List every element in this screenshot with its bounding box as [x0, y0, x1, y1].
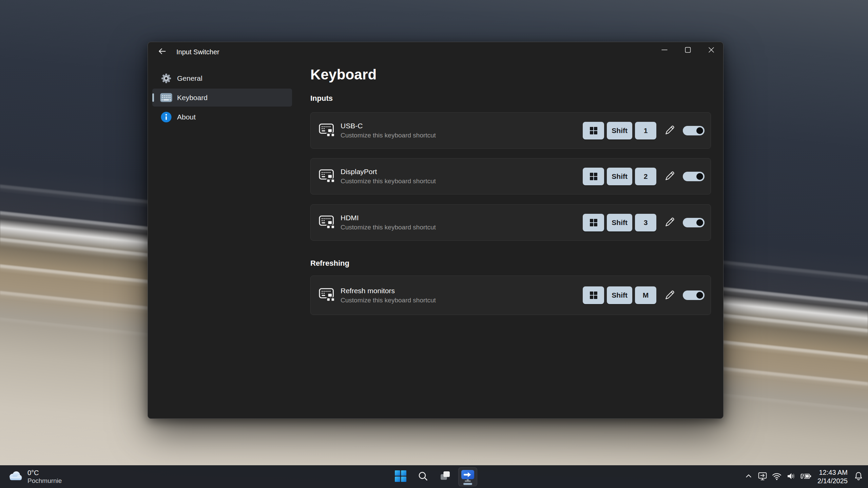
sidebar: General Keyboard: [152, 69, 292, 127]
pencil-icon: [664, 125, 675, 136]
search-icon: [418, 471, 428, 483]
bell-icon: [853, 471, 864, 483]
back-arrow-icon: [157, 46, 167, 58]
input-switcher-window: Input Switcher: [148, 42, 724, 419]
keyboard-shortcut-icon: [319, 168, 337, 185]
pencil-icon: [664, 170, 675, 182]
taskbar-center-icons: [391, 465, 477, 488]
trigger-key: M: [635, 286, 656, 304]
keyboard-shortcut-icon: [319, 287, 337, 304]
windows-key: [583, 122, 604, 139]
weather-condition: Pochmurnie: [27, 477, 62, 485]
shortcut-keys: Shift 2: [583, 168, 656, 185]
shift-key: Shift: [607, 214, 632, 231]
task-view-icon: [440, 470, 451, 483]
titlebar[interactable]: Input Switcher: [148, 42, 649, 62]
pencil-icon: [664, 217, 675, 228]
shortcut-row-usb-c: USB-C Customize this keyboard shortcut S…: [310, 112, 711, 149]
page-title: Keyboard: [310, 67, 377, 83]
shortcut-title: Refresh monitors: [341, 287, 436, 295]
minimize-button[interactable]: [653, 42, 676, 58]
edit-shortcut-button[interactable]: [663, 124, 677, 137]
clock-widget[interactable]: 12:43 AM 2/14/2025: [815, 468, 850, 485]
wifi-tray-button[interactable]: [771, 469, 783, 485]
shortcut-subtitle: Customize this keyboard shortcut: [341, 177, 436, 185]
volume-tray-button[interactable]: [785, 469, 797, 485]
taskbar: 0°C Pochmurnie: [0, 465, 868, 488]
clock-time: 12:43 AM: [817, 468, 848, 477]
weather-temperature: 0°C: [27, 469, 62, 477]
back-button[interactable]: [155, 45, 169, 59]
chevron-up-icon: [744, 472, 753, 482]
notifications-button[interactable]: [852, 469, 865, 485]
start-button[interactable]: [391, 467, 410, 486]
trigger-key: 1: [635, 122, 656, 139]
shortcut-title: HDMI: [341, 214, 436, 222]
sidebar-item-label: Keyboard: [177, 94, 208, 102]
windows-key: [583, 286, 604, 304]
close-button[interactable]: [699, 42, 723, 58]
input-switcher-tray-icon[interactable]: [756, 469, 769, 485]
shift-key: Shift: [607, 286, 632, 304]
toggle-knob: [696, 127, 703, 134]
taskbar-app-input-switcher[interactable]: [458, 467, 477, 486]
desktop: Input Switcher: [0, 0, 868, 488]
shortcut-row-displayport: DisplayPort Customize this keyboard shor…: [310, 158, 711, 194]
gear-icon: [160, 72, 172, 85]
shortcut-subtitle: Customize this keyboard shortcut: [341, 224, 436, 231]
battery-charging-icon: [800, 471, 812, 483]
active-app-indicator: [463, 483, 472, 485]
info-icon: [160, 111, 172, 123]
sidebar-item-label: General: [177, 74, 202, 82]
maximize-icon: [684, 46, 692, 55]
section-label-refreshing: Refreshing: [310, 259, 349, 268]
edit-shortcut-button[interactable]: [663, 170, 677, 183]
maximize-button[interactable]: [676, 42, 699, 58]
clock-date: 2/14/2025: [817, 477, 848, 485]
edit-shortcut-button[interactable]: [663, 216, 677, 229]
shift-key: Shift: [607, 122, 632, 139]
window-controls: [653, 42, 723, 58]
shortcut-toggle[interactable]: [683, 172, 705, 181]
windows-key: [583, 214, 604, 231]
speaker-icon: [786, 471, 796, 483]
monitor-arrow-icon: [757, 471, 768, 483]
shortcut-toggle[interactable]: [683, 218, 705, 227]
shortcut-row-refresh-monitors: Refresh monitors Customize this keyboard…: [310, 276, 711, 315]
system-tray: 12:43 AM 2/14/2025: [743, 465, 865, 488]
sidebar-item-general[interactable]: General: [152, 69, 292, 87]
window-title: Input Switcher: [176, 48, 219, 56]
shortcut-keys: Shift 3: [583, 214, 656, 231]
windows-start-icon: [395, 470, 406, 483]
keyboard-icon: [160, 92, 172, 104]
shortcut-toggle[interactable]: [683, 126, 705, 135]
minimize-icon: [661, 46, 668, 55]
hidden-icons-chevron[interactable]: [743, 469, 754, 485]
pencil-icon: [664, 289, 675, 301]
shortcut-title: USB-C: [341, 122, 436, 130]
section-label-inputs: Inputs: [310, 94, 333, 103]
toggle-knob: [696, 173, 703, 180]
input-switcher-app-icon: [460, 469, 475, 485]
shortcut-subtitle: Customize this keyboard shortcut: [341, 132, 436, 139]
close-icon: [708, 46, 715, 55]
edit-shortcut-button[interactable]: [663, 288, 677, 302]
wifi-icon: [772, 471, 782, 483]
weather-widget[interactable]: 0°C Pochmurnie: [4, 465, 65, 488]
task-view-button[interactable]: [436, 467, 455, 486]
sidebar-item-keyboard[interactable]: Keyboard: [152, 89, 292, 107]
shortcut-toggle[interactable]: [683, 290, 705, 300]
shortcut-row-hdmi: HDMI Customize this keyboard shortcut Sh…: [310, 204, 711, 241]
trigger-key: 2: [635, 168, 656, 185]
keyboard-shortcut-icon: [319, 214, 337, 231]
battery-tray-button[interactable]: [799, 469, 813, 485]
shortcut-title: DisplayPort: [341, 168, 436, 176]
shift-key: Shift: [607, 168, 632, 185]
trigger-key: 3: [635, 214, 656, 231]
toggle-knob: [696, 292, 703, 299]
shortcut-subtitle: Customize this keyboard shortcut: [341, 297, 436, 304]
sidebar-item-about[interactable]: About: [152, 108, 292, 126]
search-button[interactable]: [413, 467, 432, 486]
toggle-knob: [696, 219, 703, 226]
sidebar-item-label: About: [177, 113, 196, 121]
